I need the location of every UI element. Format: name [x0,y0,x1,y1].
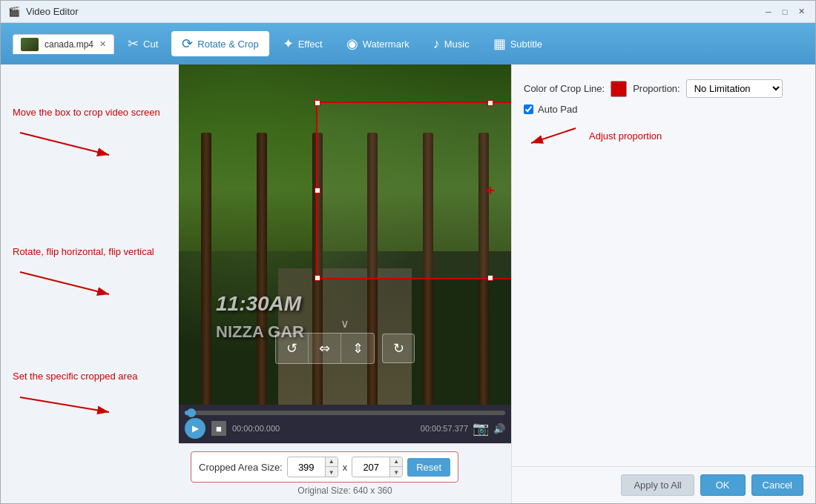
color-label: Color of Crop Line: [524,83,605,94]
title-bar: 🎬 Video Editor ─ □ ✕ [1,1,815,23]
crop-bottom-panel: Cropped Area Size: ▲ ▼ x ▲ [179,443,511,503]
ok-button[interactable]: OK [700,474,746,496]
apply-to-all-button[interactable]: Apply to All [621,474,694,496]
video-frame: 11:30AM NIZZA GAR ∨ [179,64,511,405]
close-button[interactable]: ✕ [794,5,808,19]
minimize-button[interactable]: ─ [762,5,775,19]
play-button[interactable]: ▶ [185,418,205,439]
adjust-proportion-annotation: Adjust proportion [524,121,803,150]
crop-width-up[interactable]: ▲ [326,457,338,467]
annotation-crop-box: Move the box to crop video screen [13,106,167,162]
maximize-button[interactable]: □ [778,5,792,19]
volume-icon[interactable]: 🔊 [493,423,505,434]
crop-height-input-wrap: ▲ ▼ [352,457,403,477]
sidebar-annotations: Move the box to crop video screen Rotate… [1,64,179,503]
time-end: 00:00:57.377 [421,424,468,433]
watermark-icon: ◉ [346,36,358,52]
tab-watermark-label: Watermark [363,39,409,50]
annotation-crop-area: Set the specific cropped area [13,370,167,419]
tab-effect[interactable]: ✦ Effect [272,31,333,56]
tab-cut[interactable]: ✂ Cut [117,31,168,56]
stop-button[interactable]: ■ [211,421,226,436]
progress-bar[interactable] [185,411,505,415]
file-tab-close[interactable]: ✕ [99,39,106,49]
flip-vertical-button[interactable]: ⇕ [341,334,374,363]
trunk-2 [257,133,267,405]
svg-line-1 [20,133,109,155]
rotate-arrow [13,265,116,302]
tab-music[interactable]: ♪ Music [423,32,480,56]
content-row: Move the box to crop video screen Rotate… [1,64,815,503]
annotation-rotate: Rotate, flip horizontal, flip vertical [13,245,167,302]
rotation-controls: ↺ ⇔ ⇕ ↻ [275,333,415,364]
annotation-rotate-text: Rotate, flip horizontal, flip vertical [13,245,167,259]
auto-pad-checkbox[interactable] [524,105,533,114]
title-bar-controls: ─ □ ✕ [762,5,808,19]
crop-height-input[interactable] [352,462,389,473]
crop-height-down[interactable]: ▼ [390,467,402,477]
flip-horizontal-button[interactable]: ⇔ [309,334,341,363]
autopad-label: Auto Pad [538,104,578,115]
tab-effect-label: Effect [298,39,323,50]
tab-cut-label: Cut [143,39,158,50]
rotate-left-button[interactable]: ↺ [276,334,309,363]
crop-handle-tm[interactable] [487,100,493,106]
crop-size-row: Cropped Area Size: ▲ ▼ x ▲ [191,451,499,483]
crop-handle-bl[interactable] [315,275,320,281]
center-column: 11:30AM NIZZA GAR ∨ [179,64,511,503]
playback-right: 00:00:57.377 📷 🔊 [421,420,505,437]
camera-icon[interactable]: 📷 [473,420,489,437]
tab-watermark[interactable]: ◉ Watermark [336,31,420,56]
autopad-row: Auto Pad [524,104,803,115]
crop-height-up[interactable]: ▲ [390,457,402,467]
svg-line-5 [20,397,109,412]
tab-music-label: Music [444,39,470,50]
playback-left: ▶ ■ 00:00:00.000 [185,418,280,439]
crop-size-controls: Cropped Area Size: ▲ ▼ x ▲ [191,451,458,483]
proportion-label: Proportion: [633,83,680,94]
subtitle-icon: ▦ [493,36,506,52]
tab-rotate-crop[interactable]: ⟳ Rotate & Crop [171,31,269,56]
crop-area-arrow [13,390,116,420]
crop-width-input[interactable] [288,462,325,473]
reset-button[interactable]: Reset [407,458,450,477]
app-icon: 🎬 [8,6,20,17]
crop-width-down[interactable]: ▼ [326,467,338,477]
progress-thumb[interactable] [187,408,196,417]
crop-handle-tl[interactable] [315,100,320,106]
file-thumbnail [21,38,39,51]
proportion-select[interactable]: No Limitation 16:9 4:3 1:1 9:16 3:4 [686,79,783,98]
tab-rotate-label: Rotate & Crop [197,39,258,50]
crop-line-color-picker[interactable] [611,81,627,97]
crop-box[interactable] [316,102,511,279]
tab-subtitle-label: Subtitle [510,39,542,50]
proportion-arrow [524,121,583,150]
video-time-overlay: 11:30AM [216,292,301,316]
crop-height-spinner: ▲ ▼ [389,457,402,477]
svg-line-7 [531,128,576,143]
chevron-down-icon: ∨ [340,316,349,331]
rotate-right-button[interactable]: ↻ [382,334,415,363]
music-icon: ♪ [433,36,440,52]
original-size-label: Original Size: 640 x 360 [191,485,499,496]
playback-controls: ▶ ■ 00:00:00.000 00:00:57.377 📷 🔊 [185,418,505,439]
proportion-annotation-text: Adjust proportion [589,130,662,142]
crop-handle-ml[interactable] [315,188,320,193]
title-bar-left: 🎬 Video Editor [8,6,79,17]
crop-width-input-wrap: ▲ ▼ [287,457,338,477]
tab-subtitle[interactable]: ▦ Subtitle [483,31,553,56]
color-row: Color of Crop Line: Proportion: No Limit… [524,79,803,98]
app-window: 🎬 Video Editor ─ □ ✕ canada.mp4 ✕ ✂ Cut … [0,0,816,504]
cancel-button[interactable]: Cancel [751,474,803,496]
x-separator: x [343,462,348,473]
effect-icon: ✦ [283,36,294,52]
rotate-icon: ⟳ [182,36,193,52]
crop-handle-bm[interactable] [487,275,493,281]
annotation-crop-area-text: Set the specific cropped area [13,370,167,383]
app-title: Video Editor [26,6,79,17]
file-tab[interactable]: canada.mp4 ✕ [13,34,114,54]
bottom-buttons: Apply to All OK Cancel [512,466,815,503]
crop-box-arrow [13,125,116,162]
controls-area: Color of Crop Line: Proportion: No Limit… [512,64,815,466]
stop-icon: ■ [216,423,222,434]
